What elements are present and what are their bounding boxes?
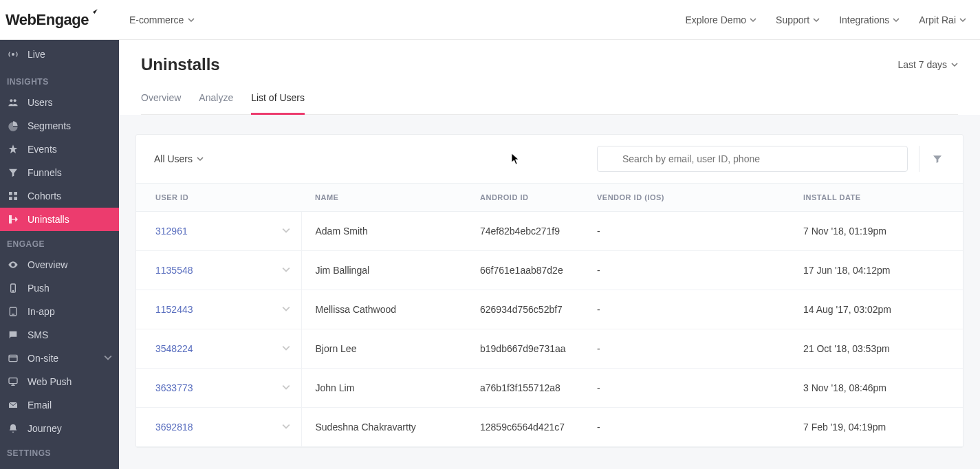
tab-overview[interactable]: Overview	[141, 92, 181, 114]
table-row[interactable]: 312961 Adam Smith 74ef82b4ebc271f9 - 7 N…	[136, 212, 963, 251]
sidebar-item-cohorts[interactable]: Cohorts	[0, 184, 119, 208]
content: All Users	[119, 115, 980, 469]
chevron-down-icon	[951, 61, 958, 68]
context-selector[interactable]: E-commerce	[129, 14, 195, 25]
sidebar-item-label: Email	[28, 400, 52, 411]
sidebar-item-events[interactable]: Events	[0, 138, 119, 161]
svg-rect-5	[9, 197, 12, 200]
sidebar-item-account[interactable]: Account Setup	[0, 462, 119, 469]
topnav-integrations-label: Integrations	[839, 14, 889, 25]
userid-link[interactable]: 3692818	[155, 422, 193, 433]
cell-android: 626934d756c52bf7	[466, 290, 583, 329]
table-row[interactable]: 3548224 Bjorn Lee b19db667d9e731aa - 21 …	[136, 329, 963, 369]
cell-name: Bjorn Lee	[301, 329, 466, 369]
table-row[interactable]: 3633773 John Lim a76b1f3f155712a8 - 3 No…	[136, 369, 963, 408]
sidebar-section-engage: ENGAGE	[0, 231, 119, 253]
sidebar-item-label: Events	[28, 144, 57, 155]
sidebar-item-onsite[interactable]: On-site	[0, 347, 119, 370]
chevron-down-icon	[893, 17, 900, 23]
col-install[interactable]: INSTALL DATE	[790, 184, 963, 212]
main: Uninstalls Last 7 days Overview Analyze …	[119, 40, 980, 469]
broadcast-icon	[7, 48, 19, 61]
chevron-down-icon	[813, 17, 820, 23]
svg-point-1	[10, 99, 12, 102]
table-filter-button[interactable]	[919, 146, 945, 172]
sidebar-item-email[interactable]: Email	[0, 393, 119, 417]
sidebar-item-webpush[interactable]: Web Push	[0, 370, 119, 393]
sidebar-item-inapp[interactable]: In-app	[0, 300, 119, 323]
table-row[interactable]: 1135548 Jim Ballingal 66f761e1aab87d2e -…	[136, 251, 963, 290]
logo[interactable]: WebEngage	[6, 11, 129, 29]
sidebar-item-label: On-site	[28, 353, 58, 364]
topnav: Explore Demo Support Integrations Arpit …	[685, 14, 966, 25]
sidebar-item-label: Live	[28, 49, 45, 60]
sidebar-item-label: Web Push	[28, 376, 72, 387]
col-userid[interactable]: USER ID	[136, 184, 301, 212]
userid-link[interactable]: 1152443	[155, 304, 193, 315]
cell-name: Adam Smith	[301, 212, 466, 251]
chevron-down-icon	[104, 353, 112, 364]
chevron-down-icon[interactable]	[282, 382, 290, 393]
sidebar-item-label: Cohorts	[28, 190, 61, 201]
topbar: WebEngage E-commerce Explore Demo Suppor…	[0, 0, 980, 40]
tabs: Overview Analyze List of Users	[141, 92, 958, 115]
chevron-down-icon[interactable]	[282, 422, 290, 433]
userid-link[interactable]: 1135548	[155, 265, 193, 276]
chevron-down-icon[interactable]	[282, 226, 290, 237]
userid-link[interactable]: 312961	[155, 226, 188, 237]
topnav-explore[interactable]: Explore Demo	[685, 14, 756, 25]
tab-analyze[interactable]: Analyze	[199, 92, 233, 114]
page-title: Uninstalls	[141, 55, 220, 74]
sidebar-item-users[interactable]: Users	[0, 91, 119, 114]
topnav-support-label: Support	[776, 14, 809, 25]
sidebar-item-overview[interactable]: Overview	[0, 253, 119, 276]
svg-point-2	[14, 99, 17, 102]
col-vendor[interactable]: VENDOR ID (IOS)	[583, 184, 790, 212]
chevron-down-icon[interactable]	[282, 304, 290, 315]
grid-icon	[7, 190, 19, 202]
pie-icon	[7, 120, 19, 132]
cell-install: 14 Aug '17, 03:02pm	[790, 290, 963, 329]
topnav-integrations[interactable]: Integrations	[839, 14, 900, 25]
cell-install: 7 Feb '19, 04:19pm	[790, 408, 963, 447]
context-label: E-commerce	[129, 14, 184, 25]
search-input[interactable]	[597, 146, 908, 172]
cell-vendor: -	[583, 212, 790, 251]
svg-rect-6	[14, 197, 17, 200]
sidebar-item-push[interactable]: Push	[0, 276, 119, 300]
cell-android: 12859c6564d421c7	[466, 408, 583, 447]
sidebar-item-segments[interactable]: Segments	[0, 114, 119, 138]
table-row[interactable]: 1152443 Mellissa Cathwood 626934d756c52b…	[136, 290, 963, 329]
sidebar-section-insights: INSIGHTS	[0, 69, 119, 91]
sidebar-item-journey[interactable]: Journey	[0, 417, 119, 440]
star-icon	[7, 143, 19, 155]
bell-icon	[7, 422, 19, 435]
cell-vendor: -	[583, 408, 790, 447]
col-name[interactable]: NAME	[301, 184, 466, 212]
userid-link[interactable]: 3633773	[155, 382, 193, 393]
cell-name: Sudeshna Chakravartty	[301, 408, 466, 447]
logo-comet-icon	[87, 8, 98, 21]
sidebar-item-funnels[interactable]: Funnels	[0, 161, 119, 184]
tab-list-of-users[interactable]: List of Users	[251, 92, 305, 115]
cell-android: 66f761e1aab87d2e	[466, 251, 583, 290]
sidebar-item-sms[interactable]: SMS	[0, 323, 119, 347]
timerange-selector[interactable]: Last 7 days	[897, 59, 958, 70]
col-android[interactable]: ANDROID ID	[466, 184, 583, 212]
users-icon	[7, 96, 19, 109]
table-row[interactable]: 3692818 Sudeshna Chakravartty 12859c6564…	[136, 408, 963, 447]
sidebar-item-uninstalls[interactable]: Uninstalls	[0, 208, 119, 231]
sidebar-item-live[interactable]: Live	[0, 40, 119, 69]
chevron-down-icon[interactable]	[282, 265, 290, 276]
card-toolbar: All Users	[136, 135, 963, 183]
svg-rect-4	[14, 192, 17, 195]
sidebar-item-label: Journey	[28, 423, 62, 434]
chevron-down-icon[interactable]	[282, 343, 290, 354]
topnav-support[interactable]: Support	[776, 14, 820, 25]
table-header-row: USER ID NAME ANDROID ID VENDOR ID (IOS) …	[136, 184, 963, 212]
userid-link[interactable]: 3548224	[155, 343, 193, 354]
segment-filter[interactable]: All Users	[154, 153, 204, 164]
topnav-user[interactable]: Arpit Rai	[919, 14, 966, 25]
svg-rect-13	[9, 378, 17, 384]
timerange-label: Last 7 days	[897, 59, 947, 70]
